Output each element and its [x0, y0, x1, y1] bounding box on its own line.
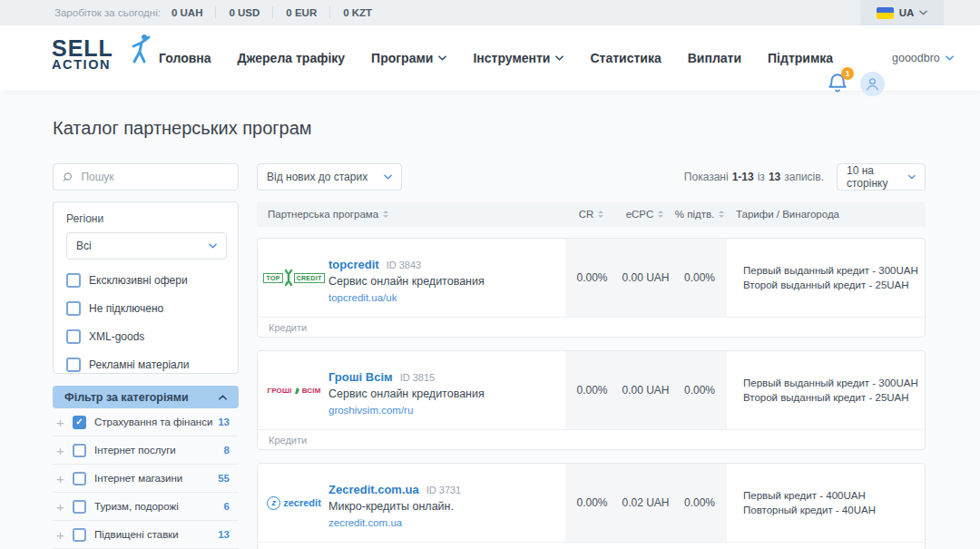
groshi-leaf-icon [294, 387, 300, 395]
category-row-insurance-finance[interactable]: + Страхування та фінанси 13 [53, 408, 239, 436]
program-site-link[interactable]: topcredit.ua/uk [328, 292, 397, 303]
program-id: ID 3731 [426, 485, 462, 495]
regions-select[interactable]: Всі [66, 232, 227, 260]
nav-item-support[interactable]: Підтримка [768, 51, 833, 65]
category-label: Підвищені ставки [94, 529, 179, 540]
nav-item-tools[interactable]: Інструменти [473, 51, 564, 65]
filter-checkbox-ad-materials[interactable]: Рекламні матеріали [66, 358, 225, 372]
logo-text-sell: SELL [52, 37, 135, 59]
language-selector[interactable]: UA [860, 0, 944, 25]
program-site-link[interactable]: groshivsim.com/ru [328, 405, 413, 416]
checkbox[interactable] [73, 416, 86, 429]
regions-filter-panel: Регіони Всі Ексклюзивні офери Не підключ… [53, 201, 239, 374]
nav-item-statistics[interactable]: Статистика [590, 51, 661, 65]
stat-ecpc: 0.02 UAH [619, 464, 672, 542]
category-row-internet-services[interactable]: + Інтернет послуги 8 [53, 436, 239, 465]
filter-checkbox-not-connected[interactable]: Не підключено [66, 301, 225, 316]
column-header-cr[interactable]: CR [564, 201, 618, 227]
checkbox-label: Рекламні матеріали [89, 358, 190, 371]
stat-cr: 0.00% [565, 351, 619, 429]
person-icon [865, 76, 880, 92]
earnings-label: Заробіток за сьогодні: [54, 7, 161, 18]
category-count: 55 [218, 473, 237, 484]
program-title-row: Гроші Всім ID 3815 [328, 370, 435, 384]
category-filter-header[interactable]: Фільтр за категоріями [53, 386, 239, 408]
chevron-down-icon [555, 55, 564, 61]
program-tariffs: Первый выданный кредит - 300UAH Второй в… [743, 351, 918, 429]
avatar[interactable] [860, 72, 885, 96]
category-label: Інтернет магазини [94, 473, 182, 484]
earnings-usd: 0 USD [215, 6, 272, 19]
sellaction-logo[interactable]: SELL ACTION [52, 37, 135, 71]
topbar: Заробіток за сьогодні: 0 UAH 0 USD 0 EUR… [0, 0, 980, 25]
program-name-link[interactable]: Zecredit.com.ua [328, 483, 419, 496]
category-row-tourism[interactable]: + Туризм, подорожі 6 [53, 493, 239, 521]
checkbox [66, 358, 81, 372]
program-name-link[interactable]: topcredit [328, 258, 379, 271]
column-label: CR [579, 209, 594, 220]
program-name-link[interactable]: Гроші Всім [328, 370, 393, 384]
category-filter-title: Фільтр за категоріями [64, 391, 189, 404]
column-header-program[interactable]: Партнерська програма [268, 201, 388, 227]
checkbox[interactable] [73, 500, 86, 514]
zecredit-z-icon: z [267, 496, 280, 510]
notifications-button[interactable]: 1 [826, 72, 849, 95]
nav-item-traffic-sources[interactable]: Джерела трафіку [238, 51, 346, 65]
program-title-row: Zecredit.com.ua ID 3731 [328, 483, 461, 496]
category-count: 6 [224, 501, 237, 512]
language-label: UA [899, 7, 915, 18]
nav-item-payouts[interactable]: Виплати [688, 51, 741, 65]
ukraine-flag-icon [877, 7, 894, 19]
earnings-uah: 0 UAH [172, 6, 216, 19]
search-box [53, 163, 239, 191]
records-total: 13 [769, 171, 780, 183]
checkbox[interactable] [73, 444, 86, 457]
nav-item-home[interactable]: Головна [159, 51, 211, 65]
filter-checkbox-exclusive-offers[interactable]: Ексклюзивні офери [66, 273, 225, 288]
expand-plus-icon[interactable]: + [56, 528, 71, 542]
program-card-topcredit: TOP CREDIT topcredit ID 3843 Сервис онла… [257, 238, 926, 338]
category-row-online-stores[interactable]: + Інтернет магазини 55 [53, 465, 239, 493]
category-count: 8 [224, 445, 237, 456]
program-stats: 0.00% 0.00 UAH 0.00% [565, 351, 727, 429]
regions-label: Регіони [66, 212, 225, 225]
sort-select[interactable]: Від нових до старих [257, 163, 402, 191]
page-title: Каталог партнерських програм [53, 118, 312, 139]
user-menu[interactable]: gooodbro [892, 25, 954, 91]
chevron-up-icon [219, 395, 227, 400]
expand-plus-icon[interactable]: + [56, 416, 71, 429]
records-text: Показані [684, 171, 729, 183]
program-site-link[interactable]: zecredit.com.ua [328, 517, 402, 528]
program-title-row: topcredit ID 3843 [328, 258, 421, 271]
expand-plus-icon[interactable]: + [56, 472, 71, 485]
chevron-down-icon [908, 174, 916, 180]
column-label: eCPC [626, 209, 654, 220]
program-card-main: z zecredit Zecredit.com.ua ID 3731 Микро… [258, 464, 925, 542]
checkbox[interactable] [73, 472, 86, 485]
nav-menu: Головна Джерела трафіку Програми Інструм… [159, 25, 833, 91]
search-icon [63, 171, 74, 183]
sort-select-value: Від нових до старих [267, 171, 368, 183]
checkbox[interactable] [73, 528, 86, 542]
chevron-down-icon [438, 55, 446, 61]
column-header-confirm[interactable]: % підтв. [671, 201, 728, 227]
column-label: Партнерська програма [268, 209, 378, 220]
main-navbar: SELL ACTION Головна Джерела трафіку Прог… [0, 25, 980, 91]
search-input[interactable] [81, 171, 229, 183]
per-page-select[interactable]: 10 на сторінку [837, 163, 926, 191]
category-count: 13 [218, 529, 237, 540]
earnings-values: 0 UAH 0 USD 0 EUR 0 KZT [172, 6, 385, 19]
expand-plus-icon[interactable]: + [56, 500, 71, 514]
category-row-raised-rates[interactable]: + Підвищені ставки 13 [53, 521, 239, 549]
stat-ecpc: 0.00 UAH [619, 351, 672, 429]
checkbox-label: Не підключено [89, 302, 163, 315]
checkbox [66, 273, 81, 288]
program-id: ID 3843 [387, 260, 422, 270]
filter-checkbox-xml-goods[interactable]: XML-goods [66, 329, 225, 344]
program-description: Сервис онлайн кредитования [328, 387, 485, 400]
program-card-footer: Кредити [258, 317, 925, 337]
expand-plus-icon[interactable]: + [56, 444, 71, 457]
column-header-ecpc[interactable]: eCPC [618, 201, 671, 227]
nav-item-programs[interactable]: Програми [371, 51, 446, 65]
checkbox-label: Ексклюзивні офери [89, 274, 188, 287]
